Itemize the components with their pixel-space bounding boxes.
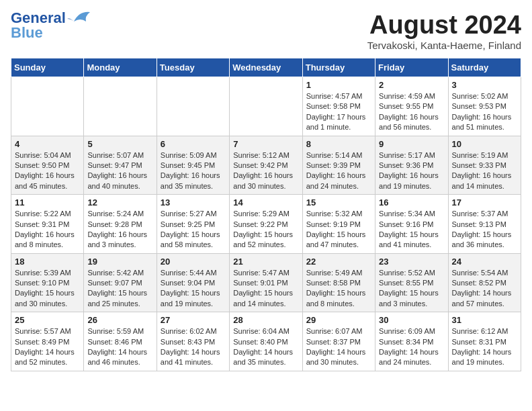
calendar-cell: 12Sunrise: 5:24 AMSunset: 9:28 PMDayligh… (84, 195, 157, 254)
calendar-cell: 5Sunrise: 5:07 AMSunset: 9:47 PMDaylight… (84, 136, 157, 195)
weekday-header-monday: Monday (84, 58, 157, 77)
calendar-cell: 22Sunrise: 5:49 AMSunset: 8:58 PMDayligh… (302, 253, 375, 312)
calendar-week-5: 25Sunrise: 5:57 AMSunset: 8:49 PMDayligh… (11, 312, 521, 371)
calendar-cell: 8Sunrise: 5:14 AMSunset: 9:39 PMDaylight… (302, 136, 375, 195)
day-info: Sunrise: 4:59 AMSunset: 9:55 PMDaylight:… (379, 91, 444, 133)
calendar-cell: 24Sunrise: 5:54 AMSunset: 8:52 PMDayligh… (448, 253, 521, 312)
calendar-cell: 26Sunrise: 5:59 AMSunset: 8:46 PMDayligh… (84, 312, 157, 371)
day-number: 29 (306, 315, 371, 325)
day-number: 5 (87, 139, 152, 149)
day-info: Sunrise: 5:59 AMSunset: 8:46 PMDaylight:… (87, 326, 152, 368)
calendar-cell: 16Sunrise: 5:34 AMSunset: 9:16 PMDayligh… (375, 195, 448, 254)
calendar-cell: 2Sunrise: 4:59 AMSunset: 9:55 PMDaylight… (375, 77, 448, 136)
day-number: 22 (306, 257, 371, 267)
calendar-week-4: 18Sunrise: 5:39 AMSunset: 9:10 PMDayligh… (11, 253, 521, 312)
calendar-cell: 9Sunrise: 5:17 AMSunset: 9:36 PMDaylight… (375, 136, 448, 195)
calendar-cell: 4Sunrise: 5:04 AMSunset: 9:50 PMDaylight… (11, 136, 84, 195)
day-number: 15 (306, 197, 371, 208)
calendar-cell: 17Sunrise: 5:37 AMSunset: 9:13 PMDayligh… (448, 195, 521, 254)
calendar-cell: 27Sunrise: 6:02 AMSunset: 8:43 PMDayligh… (157, 312, 229, 371)
calendar-cell: 14Sunrise: 5:29 AMSunset: 9:22 PMDayligh… (230, 195, 302, 254)
calendar-week-2: 4Sunrise: 5:04 AMSunset: 9:50 PMDaylight… (11, 136, 521, 195)
day-info: Sunrise: 5:52 AMSunset: 8:55 PMDaylight:… (379, 268, 444, 310)
weekday-header-saturday: Saturday (448, 58, 521, 77)
day-number: 4 (15, 139, 80, 149)
day-number: 3 (452, 80, 517, 90)
day-number: 25 (15, 315, 80, 325)
weekday-header-thursday: Thursday (302, 58, 375, 77)
day-info: Sunrise: 6:07 AMSunset: 8:37 PMDaylight:… (306, 326, 371, 368)
calendar-cell: 6Sunrise: 5:09 AMSunset: 9:45 PMDaylight… (157, 136, 229, 195)
day-info: Sunrise: 5:12 AMSunset: 9:42 PMDaylight:… (233, 150, 298, 192)
day-info: Sunrise: 5:47 AMSunset: 9:01 PMDaylight:… (233, 268, 298, 310)
day-info: Sunrise: 5:57 AMSunset: 8:49 PMDaylight:… (15, 326, 80, 368)
day-number: 11 (15, 197, 80, 208)
day-info: Sunrise: 5:34 AMSunset: 9:16 PMDaylight:… (379, 209, 444, 250)
calendar-cell: 3Sunrise: 5:02 AMSunset: 9:53 PMDaylight… (448, 77, 521, 136)
day-number: 10 (452, 139, 517, 149)
calendar-cell: 1Sunrise: 4:57 AMSunset: 9:58 PMDaylight… (302, 77, 375, 136)
day-number: 17 (452, 197, 517, 208)
calendar-cell: 20Sunrise: 5:44 AMSunset: 9:04 PMDayligh… (157, 253, 229, 312)
calendar-cell: 28Sunrise: 6:04 AMSunset: 8:40 PMDayligh… (230, 312, 302, 371)
day-info: Sunrise: 5:09 AMSunset: 9:45 PMDaylight:… (161, 150, 226, 192)
day-number: 9 (379, 139, 444, 149)
calendar-cell: 18Sunrise: 5:39 AMSunset: 9:10 PMDayligh… (11, 253, 84, 312)
day-info: Sunrise: 5:14 AMSunset: 9:39 PMDaylight:… (306, 150, 371, 192)
calendar-cell: 21Sunrise: 5:47 AMSunset: 9:01 PMDayligh… (230, 253, 302, 312)
logo-bird-icon (67, 9, 91, 30)
day-number: 1 (306, 80, 371, 90)
calendar-cell: 30Sunrise: 6:09 AMSunset: 8:34 PMDayligh… (375, 312, 448, 371)
day-info: Sunrise: 5:07 AMSunset: 9:47 PMDaylight:… (87, 150, 152, 192)
logo: GeneralBlue (11, 11, 91, 40)
day-number: 28 (233, 315, 298, 325)
day-number: 13 (161, 197, 226, 208)
day-number: 24 (452, 257, 517, 267)
day-info: Sunrise: 5:42 AMSunset: 9:07 PMDaylight:… (87, 268, 152, 310)
calendar-cell (11, 77, 84, 136)
day-info: Sunrise: 5:02 AMSunset: 9:53 PMDaylight:… (452, 91, 517, 133)
day-number: 26 (87, 315, 152, 325)
weekday-header-tuesday: Tuesday (157, 58, 229, 77)
day-info: Sunrise: 4:57 AMSunset: 9:58 PMDaylight:… (306, 91, 371, 133)
title-area: August 2024 Tervakoski, Kanta-Haeme, Fin… (367, 11, 521, 51)
day-info: Sunrise: 5:49 AMSunset: 8:58 PMDaylight:… (306, 268, 371, 310)
day-info: Sunrise: 5:19 AMSunset: 9:33 PMDaylight:… (452, 150, 517, 192)
day-info: Sunrise: 6:02 AMSunset: 8:43 PMDaylight:… (161, 326, 226, 368)
day-info: Sunrise: 5:29 AMSunset: 9:22 PMDaylight:… (233, 209, 298, 250)
weekday-header-sunday: Sunday (11, 58, 84, 77)
day-info: Sunrise: 5:04 AMSunset: 9:50 PMDaylight:… (15, 150, 80, 192)
day-number: 20 (161, 257, 226, 267)
day-number: 30 (379, 315, 444, 325)
day-number: 8 (306, 139, 371, 149)
day-number: 6 (161, 139, 226, 149)
day-info: Sunrise: 5:32 AMSunset: 9:19 PMDaylight:… (306, 209, 371, 250)
day-number: 2 (379, 80, 444, 90)
day-info: Sunrise: 6:04 AMSunset: 8:40 PMDaylight:… (233, 326, 298, 368)
day-number: 16 (379, 197, 444, 208)
calendar-table: SundayMondayTuesdayWednesdayThursdayFrid… (11, 58, 521, 371)
day-info: Sunrise: 5:24 AMSunset: 9:28 PMDaylight:… (87, 209, 152, 250)
day-number: 31 (452, 315, 517, 325)
calendar-cell: 29Sunrise: 6:07 AMSunset: 8:37 PMDayligh… (302, 312, 375, 371)
day-info: Sunrise: 5:37 AMSunset: 9:13 PMDaylight:… (452, 209, 517, 250)
day-info: Sunrise: 5:22 AMSunset: 9:31 PMDaylight:… (15, 209, 80, 250)
month-title: August 2024 (367, 11, 521, 40)
weekday-header-wednesday: Wednesday (230, 58, 302, 77)
calendar-cell (84, 77, 157, 136)
day-info: Sunrise: 5:17 AMSunset: 9:36 PMDaylight:… (379, 150, 444, 192)
day-number: 12 (87, 197, 152, 208)
calendar-cell: 11Sunrise: 5:22 AMSunset: 9:31 PMDayligh… (11, 195, 84, 254)
day-number: 18 (15, 257, 80, 267)
day-number: 7 (233, 139, 298, 149)
day-number: 23 (379, 257, 444, 267)
calendar-cell: 7Sunrise: 5:12 AMSunset: 9:42 PMDaylight… (230, 136, 302, 195)
day-number: 27 (161, 315, 226, 325)
logo-text: GeneralBlue (11, 11, 66, 40)
calendar-week-3: 11Sunrise: 5:22 AMSunset: 9:31 PMDayligh… (11, 195, 521, 254)
day-info: Sunrise: 5:27 AMSunset: 9:25 PMDaylight:… (161, 209, 226, 250)
location: Tervakoski, Kanta-Haeme, Finland (367, 40, 521, 51)
day-number: 21 (233, 257, 298, 267)
calendar-cell: 31Sunrise: 6:12 AMSunset: 8:31 PMDayligh… (448, 312, 521, 371)
calendar-cell: 13Sunrise: 5:27 AMSunset: 9:25 PMDayligh… (157, 195, 229, 254)
